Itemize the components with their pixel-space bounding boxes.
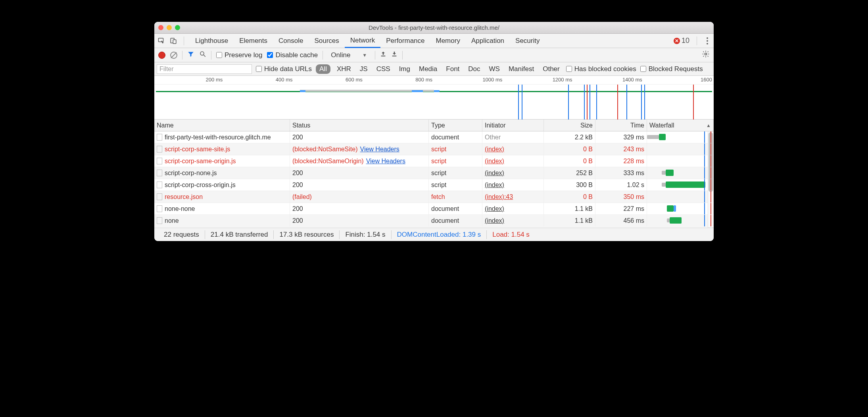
timeline-marker [522,85,522,120]
download-har-icon[interactable] [391,51,398,59]
waterfall-marker-line [711,131,711,143]
initiator-link[interactable]: (index) [485,205,504,212]
tab-security[interactable]: Security [510,34,545,48]
filter-type-ws[interactable]: WS [487,64,502,74]
filter-type-css[interactable]: CSS [374,64,393,74]
has-blocked-cookies-checkbox[interactable]: Has blocked cookies [566,65,636,73]
col-type-header[interactable]: Type [429,120,482,131]
settings-gear-icon[interactable] [702,50,710,60]
tab-performance[interactable]: Performance [380,34,430,48]
tab-console[interactable]: Console [273,34,309,48]
requests-count: 22 requests [158,230,205,239]
table-row[interactable]: script-corp-none.js200script(index)252 B… [154,167,714,179]
col-name-header[interactable]: Name [154,120,290,131]
col-waterfall-header[interactable]: Waterfall ▲ [647,120,714,131]
close-window-button[interactable] [158,25,163,30]
col-size-header[interactable]: Size [544,120,595,131]
disable-cache-input[interactable] [267,52,273,58]
filter-type-other[interactable]: Other [540,64,562,74]
filter-type-media[interactable]: Media [417,64,440,74]
svg-rect-2 [173,40,176,44]
table-row[interactable]: none200document(index)1.1 kB456 ms [154,215,714,227]
blocked-requests-checkbox[interactable]: Blocked Requests [640,65,703,73]
filter-toggle-icon[interactable] [187,50,194,60]
table-row[interactable]: resource.json(failed)fetch(index):430 B3… [154,191,714,203]
tab-network[interactable]: Network [345,34,380,48]
col-time-header[interactable]: Time [595,120,647,131]
error-count-badge[interactable]: ✕ 10 [674,37,689,45]
initiator-link[interactable]: (index):43 [485,193,513,201]
cell-size: 1.1 kB [544,203,595,214]
cell-initiator: (index) [482,179,544,191]
filter-type-font[interactable]: Font [444,64,462,74]
tab-lighthouse[interactable]: Lighthouse [190,34,234,48]
filter-type-js[interactable]: JS [357,64,370,74]
device-toolbar-icon[interactable] [169,37,177,45]
maximize-window-button[interactable] [175,25,180,30]
filter-type-all[interactable]: All [316,64,330,74]
initiator-link[interactable]: (index) [485,181,504,189]
preserve-log-checkbox[interactable]: Preserve log [216,51,262,59]
preserve-log-input[interactable] [216,52,222,58]
cell-status: (blocked:NotSameSite)View Headers [290,143,429,155]
tab-elements[interactable]: Elements [234,34,273,48]
search-icon[interactable] [199,50,206,60]
file-icon [157,170,162,176]
cell-name: script-corp-none.js [154,167,290,179]
cell-size: 0 B [544,191,595,203]
minimize-window-button[interactable] [167,25,172,30]
ruler-tick: 600 ms [346,77,364,83]
initiator-link[interactable]: (index) [485,217,504,224]
tab-application[interactable]: Application [466,34,510,48]
table-row[interactable]: script-corp-same-site.js(blocked:NotSame… [154,143,714,155]
cell-initiator: (index) [482,167,544,179]
disable-cache-checkbox[interactable]: Disable cache [267,51,318,59]
waterfall-marker-line [711,167,711,179]
clear-button[interactable] [170,52,177,59]
timeline-segment [434,90,440,92]
cell-time: 243 ms [595,143,647,155]
cell-status: (blocked:NotSameOrigin)View Headers [290,155,429,167]
request-name: script-corp-same-origin.js [165,158,236,165]
filter-type-xhr[interactable]: XHR [334,64,353,74]
waterfall-wait-bar [662,171,666,175]
initiator-link[interactable]: (index) [485,170,504,177]
filter-type-doc[interactable]: Doc [466,64,482,74]
table-row[interactable]: none-none200document(index)1.1 kB227 ms [154,203,714,215]
filter-bar: Hide data URLs AllXHRJSCSSImgMediaFontDo… [154,62,714,76]
table-row[interactable]: script-corp-cross-origin.js200script(ind… [154,179,714,191]
view-headers-link[interactable]: View Headers [366,158,405,165]
table-row[interactable]: first-party-test-with-resource.glitch.me… [154,131,714,143]
col-status-header[interactable]: Status [290,120,429,131]
filter-input[interactable] [157,64,252,74]
cell-type: document [429,131,482,143]
filter-type-img[interactable]: Img [397,64,413,74]
initiator-link[interactable]: (index) [485,146,504,153]
waterfall-download-bar [659,134,666,140]
initiator-link[interactable]: (index) [485,158,504,165]
inspect-element-icon[interactable] [157,37,165,45]
record-button[interactable] [158,52,165,59]
hide-data-urls-checkbox[interactable]: Hide data URLs [256,65,312,73]
col-initiator-header[interactable]: Initiator [482,120,544,131]
has-blocked-cookies-input[interactable] [566,66,572,72]
waterfall-marker-line [704,179,705,191]
cell-time: 228 ms [595,155,647,167]
table-row[interactable]: script-corp-same-origin.js(blocked:NotSa… [154,155,714,167]
hide-data-urls-input[interactable] [256,66,262,72]
tab-memory[interactable]: Memory [430,34,466,48]
more-menu-icon[interactable] [704,37,711,44]
throttling-select[interactable]: Online ▼ [328,51,370,59]
tab-sources[interactable]: Sources [309,34,344,48]
blocked-requests-input[interactable] [640,66,646,72]
devtools-window: DevTools - first-party-test-with-resourc… [154,22,714,241]
timeline-marker [587,85,588,120]
view-headers-link[interactable]: View Headers [360,146,399,153]
cell-name: script-corp-cross-origin.js [154,179,290,191]
cell-type: script [429,143,482,155]
upload-har-icon[interactable] [380,51,386,59]
cell-time: 1.02 s [595,179,647,191]
filter-type-manifest[interactable]: Manifest [506,64,536,74]
timeline-overview[interactable]: 200 ms400 ms600 ms800 ms1000 ms1200 ms14… [154,76,714,120]
cell-type: document [429,203,482,214]
